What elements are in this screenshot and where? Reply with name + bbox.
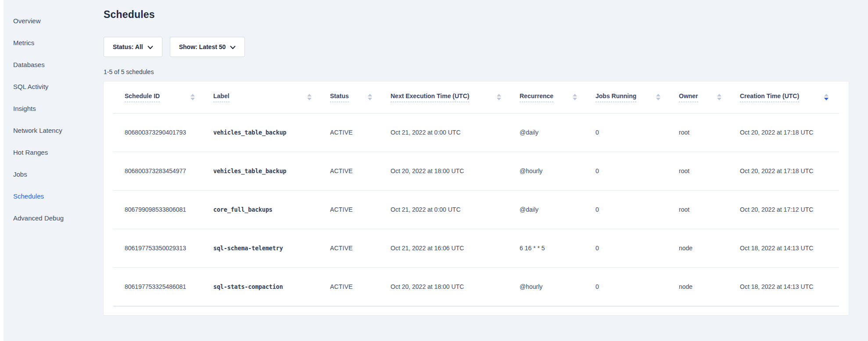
cell-jobs-running: 0 bbox=[595, 152, 679, 190]
cell-jobs-running: 0 bbox=[595, 113, 679, 152]
show-filter-dropdown[interactable]: Show: Latest 50 bbox=[170, 37, 245, 57]
cell-jobs-running: 0 bbox=[595, 229, 679, 267]
column-label: Next Execution Time (UTC) bbox=[391, 92, 469, 102]
cell-label: vehicles_table_backup bbox=[213, 113, 330, 152]
chevron-down-icon bbox=[230, 44, 236, 51]
main-content: Schedules Status: All Show: Latest 50 1-… bbox=[104, 0, 868, 315]
column-label: Status bbox=[330, 92, 349, 102]
cell-next-execution: Oct 21, 2022 at 16:06 UTC bbox=[391, 229, 520, 267]
cell-recurrence: @daily bbox=[520, 113, 595, 152]
table-header-row: Schedule ID Label Stat bbox=[113, 82, 839, 113]
chevron-down-icon bbox=[147, 44, 153, 51]
sort-icon bbox=[717, 94, 721, 100]
column-header-creation-time[interactable]: Creation Time (UTC) bbox=[740, 82, 839, 113]
cell-schedule-id: 806197753350029313 bbox=[113, 229, 213, 267]
sidebar-item-jobs[interactable]: Jobs bbox=[4, 163, 104, 185]
cell-next-execution: Oct 21, 2022 at 0:00 UTC bbox=[391, 113, 520, 152]
cell-creation-time: Oct 20, 2022 at 17:18 UTC bbox=[740, 152, 839, 190]
caret-up-icon bbox=[190, 94, 195, 96]
sort-icon-active-desc bbox=[824, 94, 829, 100]
caret-up-icon bbox=[656, 94, 660, 96]
sidebar-item-metrics[interactable]: Metrics bbox=[4, 32, 104, 53]
column-label: Owner bbox=[679, 92, 698, 102]
sidebar-item-hot-ranges[interactable]: Hot Ranges bbox=[4, 141, 104, 163]
caret-up-icon bbox=[368, 94, 372, 96]
column-label: Recurrence bbox=[520, 92, 553, 102]
caret-up-icon bbox=[717, 94, 721, 96]
status-filter-label: Status: All bbox=[113, 43, 143, 50]
schedule-label-link[interactable]: sql-schema-telemetry bbox=[213, 245, 283, 252]
column-header-schedule-id[interactable]: Schedule ID bbox=[113, 82, 213, 113]
cell-jobs-running: 0 bbox=[595, 190, 679, 229]
sort-icon bbox=[368, 94, 372, 100]
schedules-table: Schedule ID Label Stat bbox=[113, 82, 839, 306]
cell-label: sql-schema-telemetry bbox=[213, 229, 330, 267]
sidebar-item-advanced-debug[interactable]: Advanced Debug bbox=[4, 207, 104, 229]
caret-up-icon bbox=[573, 94, 577, 96]
column-label: Creation Time (UTC) bbox=[740, 92, 799, 102]
status-filter-dropdown[interactable]: Status: All bbox=[104, 37, 162, 57]
caret-up-icon bbox=[497, 94, 501, 96]
schedule-label-link[interactable]: vehicles_table_backup bbox=[213, 167, 286, 174]
sidebar-item-network-latency[interactable]: Network Latency bbox=[4, 119, 104, 141]
sort-icon bbox=[190, 94, 195, 100]
table-row: 806197753350029313 sql-schema-telemetry … bbox=[113, 229, 839, 267]
table-row: 806197753325486081 sql-stats-compaction … bbox=[113, 267, 839, 306]
cell-schedule-id: 806800373283454977 bbox=[113, 152, 213, 190]
column-header-recurrence[interactable]: Recurrence bbox=[520, 82, 595, 113]
cell-label: vehicles_table_backup bbox=[213, 152, 330, 190]
cell-owner: node bbox=[679, 267, 740, 306]
app-root: Overview Metrics Databases SQL Activity … bbox=[4, 0, 868, 341]
table-row: 806799098533806081 core_full_backups ACT… bbox=[113, 190, 839, 229]
column-header-next-execution-time[interactable]: Next Execution Time (UTC) bbox=[391, 82, 520, 113]
caret-down-icon bbox=[656, 98, 660, 100]
cell-owner: root bbox=[679, 113, 740, 152]
sidebar-item-sql-activity[interactable]: SQL Activity bbox=[4, 75, 104, 97]
cell-owner: node bbox=[679, 229, 740, 267]
cell-owner: root bbox=[679, 152, 740, 190]
sidebar-item-databases[interactable]: Databases bbox=[4, 53, 104, 75]
cell-owner: root bbox=[679, 190, 740, 229]
cell-next-execution: Oct 20, 2022 at 18:00 UTC bbox=[391, 267, 520, 306]
page-title: Schedules bbox=[104, 8, 849, 21]
cell-creation-time: Oct 20, 2022 at 17:18 UTC bbox=[740, 113, 839, 152]
column-header-label[interactable]: Label bbox=[213, 82, 330, 113]
column-header-owner[interactable]: Owner bbox=[679, 82, 740, 113]
schedule-label-link[interactable]: core_full_backups bbox=[213, 206, 273, 213]
sort-icon bbox=[573, 94, 577, 100]
cell-status: ACTIVE bbox=[330, 152, 391, 190]
caret-down-icon bbox=[824, 98, 829, 100]
cell-schedule-id: 806197753325486081 bbox=[113, 267, 213, 306]
schedule-label-link[interactable]: vehicles_table_backup bbox=[213, 129, 286, 136]
caret-up-icon bbox=[824, 94, 829, 96]
caret-down-icon bbox=[307, 98, 312, 100]
schedules-table-card: Schedule ID Label Stat bbox=[104, 82, 849, 315]
results-summary: 1-5 of 5 schedules bbox=[104, 68, 849, 76]
filter-bar: Status: All Show: Latest 50 bbox=[104, 37, 849, 57]
sidebar-item-insights[interactable]: Insights bbox=[4, 97, 104, 119]
sidebar-item-overview[interactable]: Overview bbox=[4, 10, 104, 32]
cell-label: sql-stats-compaction bbox=[213, 267, 330, 306]
cell-status: ACTIVE bbox=[330, 190, 391, 229]
caret-up-icon bbox=[307, 94, 312, 96]
caret-down-icon bbox=[497, 98, 501, 100]
cell-status: ACTIVE bbox=[330, 229, 391, 267]
cell-label: core_full_backups bbox=[213, 190, 330, 229]
sidebar: Overview Metrics Databases SQL Activity … bbox=[4, 0, 104, 229]
sort-icon bbox=[656, 94, 660, 100]
caret-down-icon bbox=[573, 98, 577, 100]
cell-status: ACTIVE bbox=[330, 267, 391, 306]
column-label: Label bbox=[213, 92, 230, 102]
show-filter-label: Show: Latest 50 bbox=[179, 43, 226, 50]
schedule-label-link[interactable]: sql-stats-compaction bbox=[213, 283, 283, 290]
caret-down-icon bbox=[368, 98, 372, 100]
table-row: 806800373290401793 vehicles_table_backup… bbox=[113, 113, 839, 152]
cell-creation-time: Oct 20, 2022 at 17:12 UTC bbox=[740, 190, 839, 229]
cell-schedule-id: 806800373290401793 bbox=[113, 113, 213, 152]
column-header-jobs-running[interactable]: Jobs Running bbox=[595, 82, 679, 113]
sidebar-item-schedules[interactable]: Schedules bbox=[4, 185, 104, 207]
cell-schedule-id: 806799098533806081 bbox=[113, 190, 213, 229]
cell-jobs-running: 0 bbox=[595, 267, 679, 306]
cell-creation-time: Oct 18, 2022 at 14:13 UTC bbox=[740, 267, 839, 306]
column-header-status[interactable]: Status bbox=[330, 82, 391, 113]
